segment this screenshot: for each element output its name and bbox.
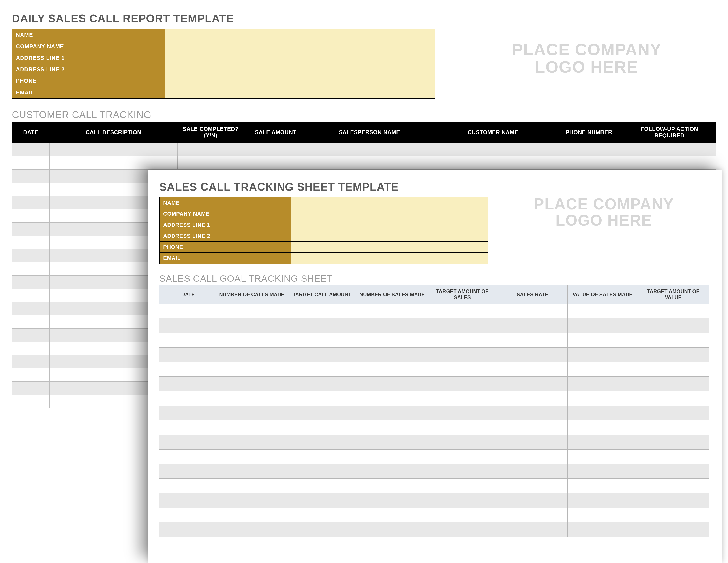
table-cell[interactable] xyxy=(217,450,287,464)
table-cell[interactable] xyxy=(638,362,709,377)
table-cell[interactable] xyxy=(12,249,50,262)
table-cell[interactable] xyxy=(568,435,638,450)
table-cell[interactable] xyxy=(568,464,638,479)
table-cell[interactable] xyxy=(287,319,357,333)
table-cell[interactable] xyxy=(497,377,568,391)
table-cell[interactable] xyxy=(12,355,50,368)
table-cell[interactable] xyxy=(431,156,555,169)
table-cell[interactable] xyxy=(12,315,50,328)
table-cell[interactable] xyxy=(568,333,638,348)
table-cell[interactable] xyxy=(497,319,568,333)
table-cell[interactable] xyxy=(638,508,709,522)
table-cell[interactable] xyxy=(568,479,638,493)
table-cell[interactable] xyxy=(159,391,217,406)
table-cell[interactable] xyxy=(217,391,287,406)
table-cell[interactable] xyxy=(12,235,50,249)
table-cell[interactable] xyxy=(357,508,427,522)
table-cell[interactable] xyxy=(159,508,217,522)
front-info-value[interactable] xyxy=(291,230,488,241)
table-cell[interactable] xyxy=(12,222,50,235)
table-cell[interactable] xyxy=(357,522,427,537)
table-cell[interactable] xyxy=(568,362,638,377)
table-cell[interactable] xyxy=(427,450,497,464)
table-cell[interactable] xyxy=(427,508,497,522)
table-cell[interactable] xyxy=(287,348,357,362)
table-cell[interactable] xyxy=(217,333,287,348)
table-cell[interactable] xyxy=(217,435,287,450)
table-cell[interactable] xyxy=(497,508,568,522)
table-cell[interactable] xyxy=(427,420,497,435)
table-cell[interactable] xyxy=(568,319,638,333)
table-cell[interactable] xyxy=(287,464,357,479)
table-cell[interactable] xyxy=(497,435,568,450)
table-cell[interactable] xyxy=(623,156,716,169)
table-cell[interactable] xyxy=(12,289,50,302)
table-cell[interactable] xyxy=(12,275,50,289)
table-cell[interactable] xyxy=(638,420,709,435)
table-cell[interactable] xyxy=(497,391,568,406)
table-cell[interactable] xyxy=(497,333,568,348)
table-cell[interactable] xyxy=(497,493,568,508)
table-cell[interactable] xyxy=(12,328,50,342)
back-info-value[interactable] xyxy=(165,64,435,75)
table-cell[interactable] xyxy=(497,304,568,319)
table-cell[interactable] xyxy=(427,319,497,333)
table-cell[interactable] xyxy=(244,143,308,156)
table-cell[interactable] xyxy=(287,450,357,464)
table-cell[interactable] xyxy=(568,450,638,464)
table-cell[interactable] xyxy=(568,406,638,420)
table-cell[interactable] xyxy=(217,420,287,435)
table-cell[interactable] xyxy=(357,420,427,435)
table-cell[interactable] xyxy=(638,435,709,450)
table-cell[interactable] xyxy=(217,348,287,362)
table-cell[interactable] xyxy=(159,348,217,362)
table-cell[interactable] xyxy=(427,377,497,391)
front-info-value[interactable] xyxy=(291,197,488,208)
table-cell[interactable] xyxy=(497,450,568,464)
table-cell[interactable] xyxy=(568,377,638,391)
table-cell[interactable] xyxy=(497,362,568,377)
table-cell[interactable] xyxy=(555,143,623,156)
table-cell[interactable] xyxy=(287,304,357,319)
table-cell[interactable] xyxy=(217,464,287,479)
table-cell[interactable] xyxy=(12,262,50,275)
table-cell[interactable] xyxy=(568,391,638,406)
table-cell[interactable] xyxy=(287,406,357,420)
table-cell[interactable] xyxy=(12,381,50,395)
table-cell[interactable] xyxy=(159,304,217,319)
table-cell[interactable] xyxy=(427,333,497,348)
table-cell[interactable] xyxy=(497,348,568,362)
table-cell[interactable] xyxy=(568,508,638,522)
table-cell[interactable] xyxy=(357,464,427,479)
table-cell[interactable] xyxy=(638,348,709,362)
table-cell[interactable] xyxy=(159,377,217,391)
table-cell[interactable] xyxy=(217,508,287,522)
table-cell[interactable] xyxy=(287,420,357,435)
table-cell[interactable] xyxy=(497,522,568,537)
table-cell[interactable] xyxy=(159,362,217,377)
table-cell[interactable] xyxy=(357,435,427,450)
table-cell[interactable] xyxy=(357,319,427,333)
table-cell[interactable] xyxy=(357,493,427,508)
table-cell[interactable] xyxy=(568,304,638,319)
table-cell[interactable] xyxy=(638,377,709,391)
table-cell[interactable] xyxy=(308,143,431,156)
back-info-value[interactable] xyxy=(165,29,435,41)
back-info-value[interactable] xyxy=(165,75,435,87)
table-cell[interactable] xyxy=(427,362,497,377)
table-cell[interactable] xyxy=(638,406,709,420)
front-info-value[interactable] xyxy=(291,252,488,263)
table-cell[interactable] xyxy=(287,479,357,493)
table-cell[interactable] xyxy=(287,362,357,377)
table-cell[interactable] xyxy=(497,420,568,435)
table-cell[interactable] xyxy=(217,304,287,319)
table-cell[interactable] xyxy=(12,209,50,222)
table-cell[interactable] xyxy=(638,493,709,508)
table-cell[interactable] xyxy=(568,493,638,508)
table-cell[interactable] xyxy=(427,348,497,362)
table-cell[interactable] xyxy=(638,450,709,464)
table-cell[interactable] xyxy=(50,156,178,169)
table-cell[interactable] xyxy=(12,156,50,169)
table-cell[interactable] xyxy=(357,377,427,391)
table-cell[interactable] xyxy=(178,156,244,169)
